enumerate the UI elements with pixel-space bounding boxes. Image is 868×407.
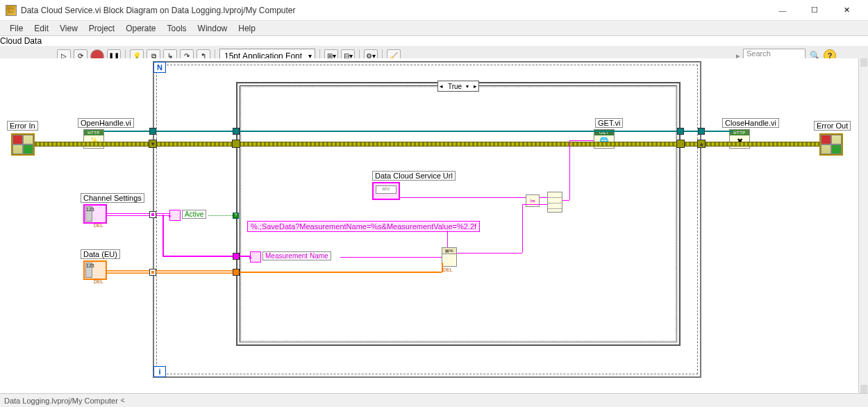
title-bar: ⬚ Data Cloud Service.vi Block Diagram on… [0,0,868,21]
tunnel-channel-idx[interactable] [149,211,156,218]
menu-project[interactable]: Project [83,22,120,35]
case-selector-terminal[interactable]: ? [233,213,239,219]
data-eu-terminal[interactable]: 123 [83,260,107,280]
menu-file[interactable]: File [4,22,28,35]
shift-register-right[interactable]: ▴ [697,140,706,148]
error-in-label: Error In [7,121,38,131]
get-subvi[interactable]: GET 🌐 [594,129,615,149]
cloud-line1: Cloud [0,36,22,46]
get-icon: 🌐 [596,136,612,147]
del-tag-2: DEL [94,279,103,284]
build-path-node[interactable]: ✂ [526,194,540,207]
url-constant[interactable]: abc [372,182,400,200]
menu-operate[interactable]: Operate [120,22,161,35]
status-bar: Data Logging.lvproj/My Computer < [0,393,868,407]
case-tunnel-err-in[interactable] [232,140,240,148]
url-abc: abc [376,185,397,194]
for-loop-i-terminal[interactable]: i [153,366,166,377]
channel-settings-label: Channel Settings [81,193,144,203]
close-button[interactable]: ✕ [831,0,862,21]
case-value: True [448,83,462,90]
get-vi-label: GET.vi [595,118,623,128]
case-tunnel-ref-out[interactable] [677,128,684,135]
tunnel-ref-out[interactable] [698,128,705,135]
channel-settings-terminal[interactable]: 123 [83,204,107,224]
cloud-line2: Data [24,36,42,46]
http-band: HTTP [730,130,749,135]
status-context: Data Logging.lvproj/My Computer [4,397,118,405]
close-handle-icon: ✖ [731,136,748,147]
menu-view[interactable]: View [54,22,83,35]
case-tunnel-ref-in[interactable] [233,128,240,135]
for-loop-n-terminal[interactable]: N [153,62,166,73]
error-in-terminal[interactable] [11,133,35,156]
block-diagram-canvas[interactable]: N i True▾ Error In Error Out OpenHandle.… [0,58,858,393]
get-band: GET [594,130,614,135]
menu-edit[interactable]: Edit [28,22,54,35]
unbundle-mname-label[interactable]: Measurement Name [262,251,331,260]
del-tag-1: DEL [94,223,103,228]
vertical-scrollbar[interactable] [858,58,868,393]
concatenate-strings-node[interactable] [547,192,562,213]
window-controls: — ☐ ✕ [767,0,862,21]
error-out-terminal[interactable] [819,133,843,156]
window-title: Data Cloud Service.vi Block Diagram on D… [21,6,767,15]
menu-tools[interactable]: Tools [162,22,192,35]
tunnel-data-idx[interactable] [149,269,156,276]
case-tunnel-err-out[interactable] [676,140,685,148]
url-label: Data Cloud Service Url [372,171,456,181]
open-handle-icon: ✨ [85,136,102,147]
http-band: HTTP [84,130,103,135]
cloud-data-button[interactable]: Cloud Data [0,36,868,46]
menu-help[interactable]: Help [233,22,261,35]
tunnel-ref-in[interactable] [149,128,156,135]
fmt-hdr: ▤% [442,248,456,254]
close-handle-subvi[interactable]: HTTP ✖ [729,129,750,149]
unbundle-mname-node[interactable] [250,251,261,263]
del-tag-3: DEL [443,267,453,272]
open-handle-subvi[interactable]: HTTP ✨ [83,129,104,149]
data-eu-label: Data (EU) [81,249,120,259]
context-arrow-icon[interactable]: < [121,397,125,404]
close-handle-label: CloseHandle.vi [722,118,779,128]
menu-window[interactable]: Window [192,22,233,35]
open-handle-label: OpenHandle.vi [78,118,134,128]
menu-bar: File Edit View Project Operate Tools Win… [0,21,868,36]
minimize-button[interactable]: — [767,0,799,21]
unbundle-active-label[interactable]: Active [182,210,206,219]
error-out-label: Error Out [814,121,851,131]
shift-register-left[interactable]: ▾ [149,140,157,148]
case-tunnel-dbl[interactable] [233,269,240,276]
case-tunnel-cluster[interactable] [233,253,240,260]
format-string-constant[interactable]: %.;SaveData?MeasurementName=%s&Measureme… [247,221,480,232]
format-into-string-node[interactable]: ▤% [442,247,457,267]
app-icon: ⬚ [6,5,17,16]
maximize-button[interactable]: ☐ [799,0,831,21]
case-selector[interactable]: True▾ [437,81,479,92]
unbundle-by-name-node[interactable] [169,210,181,221]
